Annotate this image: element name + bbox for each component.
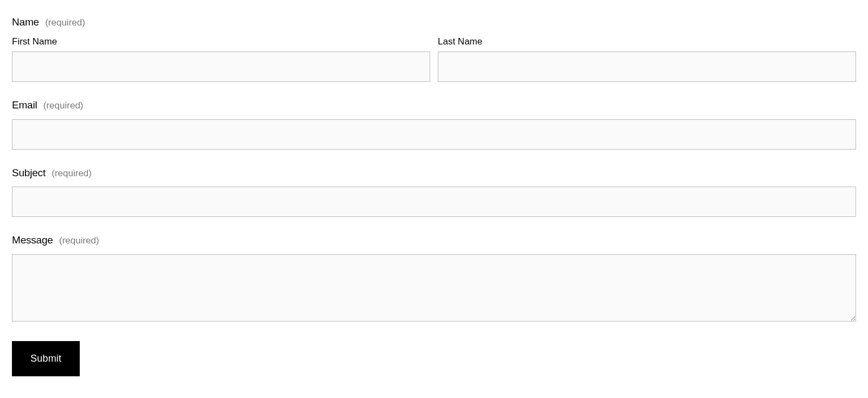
subject-input[interactable] <box>12 187 856 217</box>
name-group: Name (required) First Name Last Name <box>12 16 856 82</box>
subject-label-row: Subject (required) <box>12 167 856 179</box>
message-required-hint: (required) <box>59 235 99 246</box>
name-label-row: Name (required) <box>12 16 856 29</box>
email-label: Email <box>12 99 37 111</box>
subject-group: Subject (required) <box>12 167 856 217</box>
message-label: Message <box>12 234 53 246</box>
first-name-input[interactable] <box>12 52 430 82</box>
contact-form: Name (required) First Name Last Name Ema… <box>12 16 856 376</box>
name-fields-row: First Name Last Name <box>12 36 856 82</box>
last-name-col: Last Name <box>438 36 856 82</box>
email-input[interactable] <box>12 119 856 150</box>
message-textarea[interactable] <box>12 254 856 322</box>
name-required-hint: (required) <box>45 17 85 28</box>
message-group: Message (required) <box>12 234 856 324</box>
submit-button[interactable]: Submit <box>12 341 80 376</box>
message-label-row: Message (required) <box>12 234 856 247</box>
email-label-row: Email (required) <box>12 99 856 112</box>
subject-required-hint: (required) <box>52 168 92 178</box>
email-group: Email (required) <box>12 99 856 150</box>
last-name-input[interactable] <box>438 52 856 82</box>
name-label: Name <box>12 16 39 28</box>
email-required-hint: (required) <box>43 100 84 111</box>
last-name-label: Last Name <box>438 36 856 47</box>
first-name-col: First Name <box>12 36 430 82</box>
first-name-label: First Name <box>12 36 430 47</box>
subject-label: Subject <box>12 167 46 178</box>
